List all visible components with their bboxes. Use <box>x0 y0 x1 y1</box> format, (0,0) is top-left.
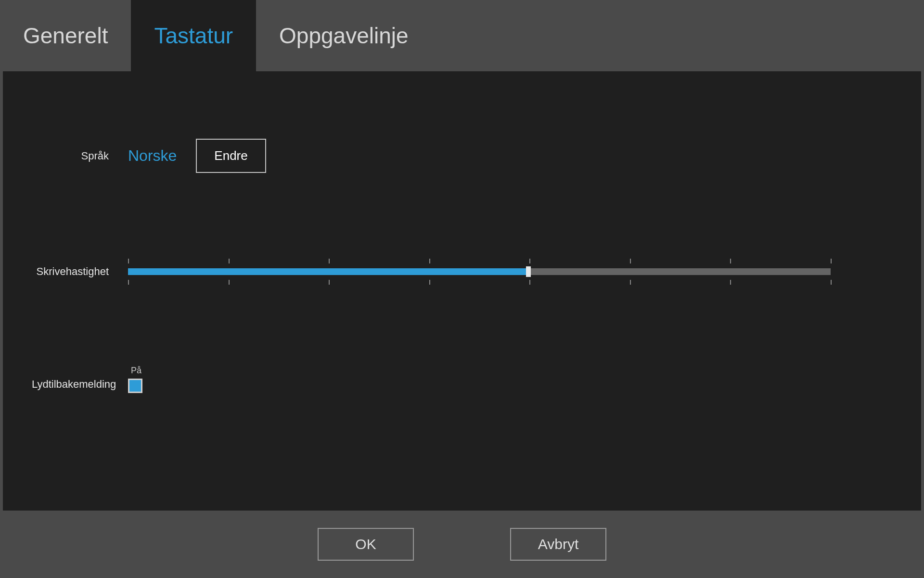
slider-tick <box>429 280 430 285</box>
typing-speed-slider[interactable] <box>128 260 831 284</box>
typing-speed-row: Skrivehastighet <box>32 260 892 284</box>
audio-feedback-status: På <box>131 366 141 376</box>
ok-button[interactable]: OK <box>318 528 414 561</box>
slider-tick <box>730 280 731 285</box>
language-row: Språk Norske Endre <box>32 139 892 173</box>
slider-fill <box>128 268 528 275</box>
audio-feedback-row: Lydtilbakemelding På <box>32 366 892 393</box>
language-label: Språk <box>32 150 128 162</box>
slider-tick <box>229 280 230 285</box>
slider-tick <box>529 280 530 285</box>
tab-taskbar[interactable]: Oppgavelinje <box>256 0 432 71</box>
slider-tick <box>831 280 832 285</box>
slider-tick <box>630 280 631 285</box>
slider-tick <box>529 259 530 263</box>
change-language-button[interactable]: Endre <box>196 139 266 173</box>
language-value: Norske <box>128 147 177 165</box>
slider-tick <box>329 280 330 285</box>
slider-tick <box>630 259 631 263</box>
slider-tick <box>329 259 330 263</box>
slider-tick <box>128 259 129 263</box>
slider-tick <box>831 259 832 263</box>
typing-speed-label: Skrivehastighet <box>32 265 128 278</box>
audio-feedback-label: Lydtilbakemelding <box>32 368 128 391</box>
slider-tick <box>730 259 731 263</box>
slider-thumb[interactable] <box>526 266 531 277</box>
tab-general[interactable]: Generelt <box>0 0 131 71</box>
audio-feedback-group: På <box>128 366 142 393</box>
cancel-button[interactable]: Avbryt <box>510 528 606 561</box>
audio-feedback-checkbox[interactable] <box>128 379 142 393</box>
tab-keyboard[interactable]: Tastatur <box>131 0 256 71</box>
settings-content: Språk Norske Endre Skrivehastighet Lydti… <box>3 71 921 511</box>
footer-bar: OK Avbryt <box>0 511 924 578</box>
slider-tick <box>229 259 230 263</box>
slider-tick <box>429 259 430 263</box>
slider-tick <box>128 280 129 285</box>
tab-bar: Generelt Tastatur Oppgavelinje <box>0 0 924 71</box>
